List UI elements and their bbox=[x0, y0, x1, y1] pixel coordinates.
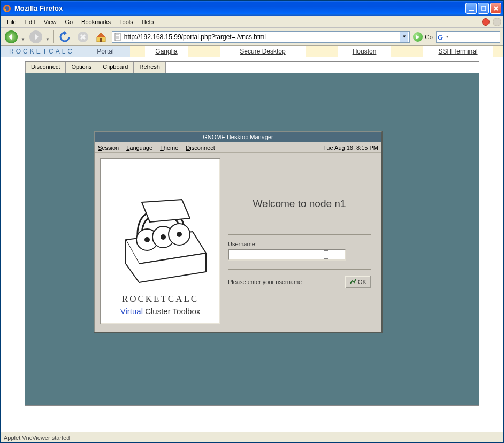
menu-go[interactable]: Go bbox=[60, 18, 77, 26]
gdm-clock: Tue Aug 16, 8:15 PM bbox=[323, 144, 378, 151]
svg-point-14 bbox=[161, 235, 165, 239]
ok-button[interactable]: OK bbox=[345, 276, 371, 288]
go-button[interactable]: ▶ Go bbox=[413, 32, 433, 42]
go-icon: ▶ bbox=[413, 32, 423, 42]
tab-ssh-terminal[interactable]: SSH Terminal bbox=[423, 46, 493, 57]
prompt-text: Please enter your username bbox=[228, 279, 302, 285]
back-dropdown[interactable]: ▼ bbox=[21, 37, 25, 42]
status-text: Applet VncViewer started bbox=[4, 434, 70, 441]
gdm-logo-panel: ROCKETCALC Virtual Cluster Toolbox bbox=[100, 158, 220, 324]
menu-bookmarks[interactable]: Bookmarks bbox=[77, 18, 115, 26]
forward-button bbox=[28, 29, 43, 44]
svg-rect-8 bbox=[115, 33, 120, 41]
vnc-clipboard-button[interactable]: Clipboard bbox=[97, 62, 134, 73]
svg-point-13 bbox=[145, 238, 149, 242]
window-titlebar: Mozilla Firefox bbox=[1, 1, 503, 16]
svg-rect-2 bbox=[469, 10, 474, 11]
page-content: Disconnect Options Clipboard Refresh GNO… bbox=[1, 57, 503, 432]
google-icon: G bbox=[438, 33, 445, 41]
vnc-disconnect-button[interactable]: Disconnect bbox=[25, 62, 66, 73]
menu-file[interactable]: File bbox=[3, 18, 21, 26]
url-dropdown[interactable]: ▼ bbox=[400, 32, 408, 42]
minimize-button[interactable] bbox=[465, 3, 477, 14]
go-label: Go bbox=[425, 34, 433, 40]
url-bar[interactable]: ▼ bbox=[112, 31, 410, 43]
ok-icon bbox=[349, 278, 357, 286]
gdm-menu-theme[interactable]: Theme bbox=[160, 144, 178, 151]
home-button[interactable] bbox=[94, 29, 109, 44]
page-icon bbox=[113, 33, 122, 41]
menu-view[interactable]: View bbox=[40, 18, 61, 26]
gdm-menu-language[interactable]: Language bbox=[126, 144, 152, 151]
divider bbox=[228, 234, 371, 235]
divider bbox=[228, 269, 371, 270]
forward-dropdown: ▼ bbox=[45, 37, 50, 42]
search-box[interactable]: G▾ bbox=[436, 31, 500, 43]
vnc-options-button[interactable]: Options bbox=[65, 62, 97, 73]
back-button[interactable] bbox=[4, 29, 19, 44]
reload-button[interactable] bbox=[57, 29, 72, 44]
toolbar-divider bbox=[53, 30, 54, 43]
gdm-menu-disconnect[interactable]: Disconnect bbox=[186, 144, 215, 151]
navigation-toolbar: ▼ ▼ ▼ ▶ Go G▾ bbox=[1, 28, 503, 46]
vnc-applet: Disconnect Options Clipboard Refresh GNO… bbox=[25, 61, 479, 406]
menu-help[interactable]: Help bbox=[138, 18, 158, 26]
tab-portal[interactable]: Portal bbox=[81, 46, 130, 57]
vnc-display[interactable]: GNOME Desktop Manager Session Language T… bbox=[25, 73, 479, 405]
tab-secure-desktop[interactable]: Secure Desktop bbox=[220, 46, 306, 57]
vnc-refresh-button[interactable]: Refresh bbox=[133, 62, 166, 73]
welcome-text: Welcome to node n1 bbox=[228, 198, 371, 210]
menu-tools[interactable]: Tools bbox=[115, 18, 138, 26]
throbber-icon bbox=[493, 18, 501, 26]
toolbox-icon bbox=[110, 184, 211, 291]
gdm-menu-session[interactable]: Session bbox=[98, 144, 119, 151]
status-bar: Applet VncViewer started bbox=[1, 432, 503, 442]
svg-rect-7 bbox=[100, 38, 102, 42]
portal-nav: ROCKETCALC Portal Ganglia Secure Desktop… bbox=[1, 46, 503, 57]
window-title: Mozilla Firefox bbox=[14, 4, 465, 12]
gdm-window: GNOME Desktop Manager Session Language T… bbox=[94, 131, 383, 333]
firefox-icon bbox=[3, 4, 11, 13]
svg-rect-3 bbox=[482, 6, 486, 11]
logo-text-rocketcalc: ROCKETCALC bbox=[122, 294, 198, 304]
gdm-menubar: Session Language Theme Disconnect Tue Au… bbox=[95, 142, 381, 153]
logo-text-subtitle: Virtual Cluster Toolbox bbox=[120, 307, 201, 316]
menu-edit[interactable]: Edit bbox=[21, 18, 40, 26]
menubar: File Edit View Go Bookmarks Tools Help bbox=[1, 16, 503, 28]
tab-ganglia[interactable]: Ganglia bbox=[145, 46, 188, 57]
url-input[interactable] bbox=[124, 33, 400, 41]
username-label: Username: bbox=[228, 241, 371, 247]
username-input[interactable] bbox=[228, 249, 346, 261]
gdm-title: GNOME Desktop Manager bbox=[95, 132, 381, 142]
portal-brand: ROCKETCALC bbox=[1, 46, 81, 57]
tab-houston[interactable]: Houston bbox=[338, 46, 391, 57]
close-button[interactable] bbox=[490, 3, 501, 14]
maximize-button[interactable] bbox=[478, 3, 489, 14]
adblock-icon[interactable] bbox=[482, 18, 490, 26]
stop-button bbox=[75, 29, 90, 44]
svg-point-15 bbox=[177, 232, 181, 236]
vnc-toolbar: Disconnect Options Clipboard Refresh bbox=[25, 62, 479, 73]
